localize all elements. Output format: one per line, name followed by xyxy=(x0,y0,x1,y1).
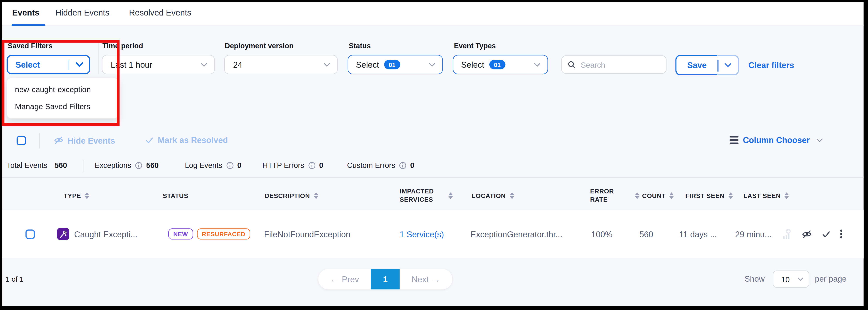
info-icon[interactable] xyxy=(135,162,142,169)
chevron-down-icon xyxy=(429,62,442,67)
column-label: LAST SEEN xyxy=(744,192,781,200)
column-chooser-button[interactable]: Column Chooser xyxy=(730,135,823,145)
row-impacted-services-link[interactable]: 1 Service(s) xyxy=(400,209,444,258)
sort-icon[interactable] xyxy=(448,192,453,199)
sort-icon[interactable] xyxy=(635,192,639,199)
event-types-select[interactable]: Select 01 xyxy=(453,55,548,74)
saved-filters-select-value: Select xyxy=(8,60,68,69)
column-label: COUNT xyxy=(642,192,666,200)
row-checkbox-cell xyxy=(26,209,35,258)
stat-value: 0 xyxy=(410,161,414,170)
column-header-location[interactable]: LOCATION xyxy=(472,183,514,208)
page-number-active[interactable]: 1 xyxy=(371,269,400,289)
sort-icon[interactable] xyxy=(509,192,514,199)
column-header-status[interactable]: STATUS xyxy=(163,183,188,208)
row-first-seen-cell: 11 days ... xyxy=(679,209,717,258)
hamburger-icon xyxy=(730,136,739,144)
page-size-select[interactable]: 10 xyxy=(773,271,809,288)
kebab-menu-icon[interactable] xyxy=(840,230,842,238)
total-events-stat: Total Events 560 xyxy=(6,161,67,170)
event-types-label: Event Types xyxy=(454,41,496,50)
resolve-event-icon[interactable] xyxy=(822,229,831,238)
page-size-value: 10 xyxy=(781,275,790,284)
pagination: ← Prev 1 Next → xyxy=(318,269,452,289)
eye-off-icon xyxy=(54,135,64,145)
left-arrow-icon: ← xyxy=(330,275,339,284)
column-label: TYPE xyxy=(64,192,81,200)
active-tab-underline xyxy=(11,24,45,26)
sort-icon[interactable] xyxy=(670,192,674,199)
menu-item-manage-saved-filters[interactable]: Manage Saved Filters xyxy=(7,98,118,115)
time-period-value: Last 1 hour xyxy=(102,60,201,69)
saved-filters-label: Saved Filters xyxy=(8,41,53,50)
hide-event-icon[interactable] xyxy=(802,229,812,239)
chevron-down-icon xyxy=(724,63,731,68)
menu-item-saved-filter[interactable]: new-caught-exception xyxy=(7,81,118,98)
deployment-version-value: 24 xyxy=(225,60,324,69)
time-period-select[interactable]: Last 1 hour xyxy=(102,55,215,74)
stat-value: 560 xyxy=(146,161,159,170)
column-header-count[interactable]: COUNT xyxy=(642,183,674,208)
status-select[interactable]: Select 01 xyxy=(348,55,443,74)
sort-icon[interactable] xyxy=(784,192,789,199)
column-header-first-seen[interactable]: FIRST SEEN xyxy=(685,183,733,208)
http-errors-stat: HTTP Errors 0 xyxy=(262,161,323,170)
prev-page-button[interactable]: ← Prev xyxy=(318,269,371,289)
tab-events[interactable]: Events xyxy=(12,8,39,17)
status-select-value: Select xyxy=(348,60,379,69)
chevron-down-icon[interactable] xyxy=(69,62,89,67)
clear-filters-link[interactable]: Clear filters xyxy=(748,60,794,70)
column-header-last-seen[interactable]: LAST SEEN xyxy=(744,183,789,208)
save-dropdown-button[interactable] xyxy=(717,55,739,75)
deployment-version-label: Deployment version xyxy=(225,41,293,50)
sort-icon[interactable] xyxy=(314,192,318,199)
column-header-type[interactable]: TYPE xyxy=(64,183,89,208)
per-page-label: per page xyxy=(815,275,846,283)
row-checkbox[interactable] xyxy=(26,229,35,238)
stat-value: 0 xyxy=(319,161,323,170)
mark-as-resolved-button[interactable]: Mark as Resolved xyxy=(145,135,228,145)
column-header-description[interactable]: DESCRIPTION xyxy=(265,183,318,208)
custom-errors-stat: Custom Errors 0 xyxy=(347,161,414,170)
saved-filters-menu: new-caught-exception Manage Saved Filter… xyxy=(6,78,118,119)
status-label: Status xyxy=(349,41,371,50)
total-events-label: Total Events xyxy=(6,161,47,170)
next-page-button[interactable]: Next → xyxy=(400,269,452,289)
info-icon[interactable] xyxy=(308,162,315,169)
search-input[interactable] xyxy=(580,60,659,69)
info-icon[interactable] xyxy=(226,162,234,169)
chevron-down-icon xyxy=(534,62,548,67)
column-label: FIRST SEEN xyxy=(685,192,724,200)
select-all-checkbox[interactable] xyxy=(17,136,26,145)
save-button[interactable]: Save xyxy=(675,55,717,75)
row-description-cell: FileNotFoundException xyxy=(264,209,350,258)
sort-icon[interactable] xyxy=(85,192,89,199)
stat-label: HTTP Errors xyxy=(262,161,304,170)
column-header-error-rate[interactable]: ERROR RATE xyxy=(590,183,639,208)
row-type-label[interactable]: Caught Excepti... xyxy=(74,229,137,238)
deployment-version-select[interactable]: 24 xyxy=(224,55,338,74)
column-label: ERROR RATE xyxy=(590,188,614,204)
show-label: Show xyxy=(745,275,765,283)
info-icon[interactable] xyxy=(399,162,406,169)
save-split-button: Save xyxy=(675,55,739,75)
next-label: Next xyxy=(411,275,429,284)
column-label: LOCATION xyxy=(472,192,506,200)
status-badge-resurfaced: RESURFACED xyxy=(197,228,250,239)
sort-icon[interactable] xyxy=(728,192,733,199)
row-last-seen-cell: 29 minu... xyxy=(735,209,772,258)
stat-label: Log Events xyxy=(185,161,222,170)
column-label: DESCRIPTION xyxy=(265,192,310,200)
add-chart-icon[interactable] xyxy=(782,228,792,240)
row-error-rate-cell: 100% xyxy=(591,209,612,258)
save-button-divider xyxy=(717,60,718,72)
saved-filters-select[interactable]: Select xyxy=(6,55,90,74)
tab-hidden-events[interactable]: Hidden Events xyxy=(55,8,110,17)
tab-resolved-events[interactable]: Resolved Events xyxy=(129,8,191,17)
hide-events-button[interactable]: Hide Events xyxy=(54,135,115,145)
hide-events-label: Hide Events xyxy=(68,136,115,145)
column-header-impacted-services[interactable]: IMPACTED SERVICES xyxy=(400,183,453,208)
bulk-divider xyxy=(39,133,40,148)
event-types-count-badge: 01 xyxy=(489,60,505,69)
row-type-cell: Caught Excepti... xyxy=(57,209,137,258)
